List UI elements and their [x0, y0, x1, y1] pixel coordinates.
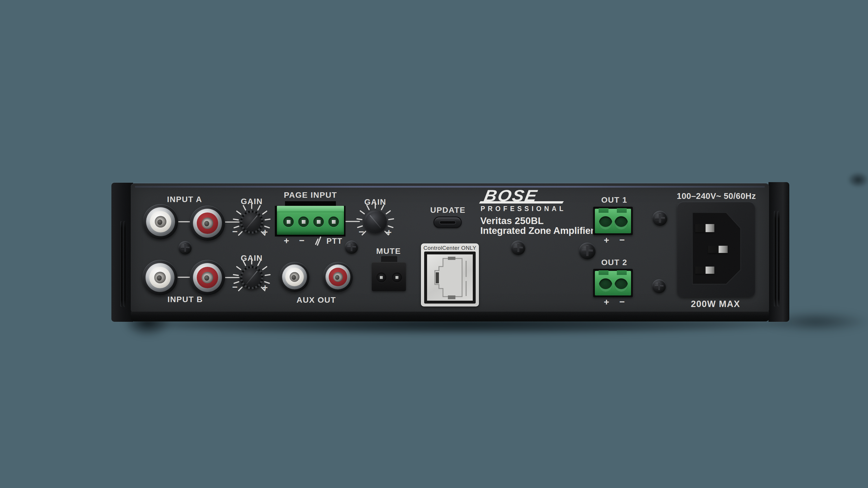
page-input-pin-ptt [329, 217, 339, 227]
model-name: Veritas 250BL [480, 216, 544, 226]
gain-b-max-sign: + [260, 282, 270, 293]
rca-jack-input-b-white [142, 260, 178, 295]
signal-line [176, 277, 191, 278]
out-2-hole-plus [599, 279, 612, 292]
out-1-hole-plus [599, 216, 612, 230]
page-plus-sign: + [281, 235, 292, 246]
signal-line [177, 221, 191, 222]
update-label: UPDATE [425, 205, 471, 215]
out-2-label: OUT 2 [591, 258, 638, 267]
gain-page-max-sign: + [384, 227, 394, 238]
out-1-hole-minus [615, 216, 628, 230]
page-input-pin-minus [298, 217, 309, 227]
signal-line [345, 221, 360, 222]
gain-a-max-sign: + [260, 227, 270, 237]
product-photo-scene: INPUT A GAIN − + PAGE INPUT + − PTT GAIN… [0, 0, 868, 488]
gain-a-label: GAIN [231, 197, 272, 206]
aux-out-label: AUX OUT [287, 295, 345, 305]
chassis-bottom-band [131, 312, 769, 322]
gain-page-label: GAIN [355, 197, 396, 207]
rack-ear-right [769, 182, 789, 322]
gain-page-min-sign: − [356, 227, 367, 237]
rj45-jack-icon [427, 254, 473, 301]
panel-screw [179, 241, 192, 254]
rca-jack-input-a-red [190, 205, 225, 241]
page-input-pin-ground [313, 217, 324, 227]
gain-b-label: GAIN [231, 254, 272, 263]
rca-jack-input-b-red [190, 260, 225, 295]
out-1-minus-sign: − [617, 235, 627, 246]
brand-subtitle: PROFESSIONAL [480, 205, 566, 213]
out-1-plus-sign: + [601, 235, 612, 246]
usb-c-update-port [433, 217, 462, 228]
panel-screw [652, 211, 668, 226]
rca-jack-input-a-white [143, 204, 178, 239]
panel-screw [511, 240, 525, 255]
out-2-minus-sign: − [617, 297, 627, 307]
power-max-label: 200W MAX [681, 299, 750, 310]
rca-jack-aux-out-white [279, 262, 310, 292]
bose-logo-underline [479, 201, 564, 203]
rack-ear-left [112, 183, 133, 322]
out-1-label: OUT 1 [591, 195, 638, 205]
ptt-label: PTT [325, 237, 344, 246]
mute-connector [372, 262, 406, 291]
panel-screw [345, 240, 358, 254]
gain-a-min-sign: − [230, 226, 240, 237]
iec-prong-bottom [695, 266, 714, 274]
gain-page-knob [364, 210, 387, 233]
chassis-ground-icon [314, 236, 322, 246]
input-a-label: INPUT A [156, 195, 214, 204]
top-accent-strip [135, 186, 765, 188]
iec-power-inlet [677, 201, 755, 297]
edge-artifact-shadow [847, 172, 868, 188]
signal-line [224, 222, 240, 223]
iec-prong-top [695, 224, 714, 232]
power-rating-label: 100–240V~ 50/60Hz [677, 191, 755, 201]
out-2-hole-minus [615, 279, 628, 292]
rca-jack-aux-out-red [323, 262, 353, 292]
panel-screw [579, 242, 596, 259]
control-center-port-plate: ControlCenter ONLY [421, 243, 479, 306]
input-b-label: INPUT B [156, 295, 214, 304]
gain-b-min-sign: − [230, 282, 240, 293]
page-minus-sign: − [297, 235, 307, 246]
control-center-only-label: ControlCenter ONLY [421, 245, 479, 251]
rj45-port-bezel [424, 252, 476, 303]
panel-screw [652, 279, 666, 293]
iec-prong-middle [708, 246, 728, 253]
out-2-plus-sign: + [601, 297, 612, 307]
page-input-pin-plus [283, 217, 294, 227]
model-description: Integrated Zone Amplifier [480, 225, 594, 236]
rj45-port-inset [427, 254, 473, 301]
mute-label: MUTE [371, 247, 406, 256]
page-input-label: PAGE INPUT [276, 191, 345, 200]
signal-line [224, 277, 240, 278]
